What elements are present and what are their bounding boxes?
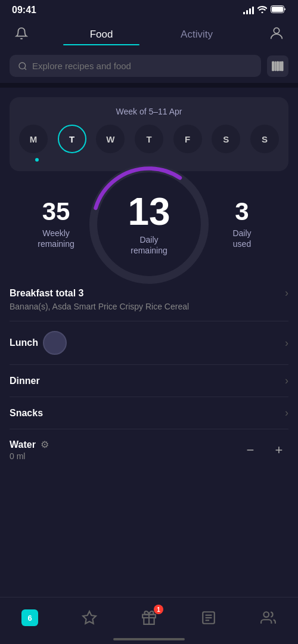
- day-wednesday[interactable]: W: [96, 125, 125, 153]
- lunch-title-row: Lunch: [10, 331, 67, 355]
- star-icon: [82, 610, 97, 626]
- day-sunday[interactable]: S: [250, 125, 279, 153]
- water-section: Water ⚙ 0 ml − +: [10, 429, 288, 470]
- tab-activity[interactable]: Activity: [149, 21, 244, 45]
- avatar-button[interactable]: [265, 25, 288, 42]
- daily-remaining-stat: 13 Dailyremaining: [103, 193, 195, 256]
- lunch-title: Lunch: [10, 338, 38, 348]
- day-monday[interactable]: M: [19, 125, 48, 153]
- search-icon: [18, 61, 27, 71]
- water-decrease-button[interactable]: −: [241, 441, 260, 460]
- day-selector: M T W T F S S: [19, 125, 279, 153]
- search-input[interactable]: [32, 61, 253, 71]
- home-indicator: [113, 638, 185, 640]
- status-time: 09:41: [12, 5, 36, 16]
- dinner-chevron: ›: [285, 374, 288, 387]
- barcode-button[interactable]: [267, 55, 288, 77]
- calendar-icon: 6: [21, 609, 38, 626]
- svg-rect-7: [277, 61, 279, 70]
- tab-food[interactable]: Food: [54, 21, 149, 45]
- water-title: Water: [10, 439, 36, 450]
- meals-container: Breakfast total 3 › Banana(s), Asda Smar…: [10, 277, 288, 470]
- snacks-title: Snacks: [10, 408, 43, 419]
- svg-point-2: [274, 28, 279, 33]
- daily-used-value: 3: [195, 199, 288, 224]
- daily-remaining-value: 13: [103, 193, 195, 231]
- signal-icon: [243, 6, 254, 14]
- week-title: Week of 5–11 Apr: [19, 107, 279, 116]
- section-divider: [0, 83, 298, 88]
- lunch-section[interactable]: Lunch ›: [10, 321, 288, 365]
- breakfast-subtitle: Banana(s), Asda Smart Price Crispy Rice …: [10, 302, 288, 311]
- bell-button[interactable]: [10, 27, 33, 40]
- search-container: [0, 49, 298, 83]
- water-title-row: Water ⚙: [10, 439, 49, 450]
- rewards-badge: 1: [154, 605, 163, 614]
- snacks-chevron: ›: [285, 407, 288, 419]
- weekly-remaining-label: Weeklyremaining: [10, 228, 103, 249]
- group-icon: [260, 610, 276, 626]
- svg-line-4: [24, 68, 26, 70]
- battery-icon: [271, 5, 286, 15]
- stats-inner: 35 Weeklyremaining 13 Dailyremaining 3 D…: [10, 193, 288, 256]
- nav-diary[interactable]: [191, 603, 226, 632]
- day-saturday[interactable]: S: [212, 125, 240, 153]
- dinner-title: Dinner: [10, 376, 40, 386]
- status-bar: 09:41: [0, 0, 298, 18]
- calendar-date: 6: [27, 614, 32, 623]
- weekly-remaining-value: 35: [10, 199, 103, 224]
- wifi-icon: [257, 5, 267, 15]
- daily-used-label: Dailyused: [195, 228, 288, 249]
- lunch-circle: [43, 331, 67, 355]
- day-thursday[interactable]: T: [135, 125, 163, 153]
- tab-bar: Food Activity: [0, 18, 298, 49]
- breakfast-chevron: ›: [285, 287, 288, 299]
- lunch-chevron: ›: [285, 337, 288, 349]
- day-dot-sunday-slot: [247, 158, 275, 162]
- diary-icon: [201, 610, 216, 626]
- nav-favorites[interactable]: [72, 603, 107, 632]
- svg-rect-6: [275, 61, 275, 70]
- bottom-nav: 6 1: [0, 597, 298, 644]
- daily-used-stat: 3 Dailyused: [195, 199, 288, 249]
- snacks-section[interactable]: Snacks ›: [10, 397, 288, 429]
- svg-point-19: [263, 612, 269, 617]
- svg-point-3: [19, 63, 26, 69]
- day-dot-monday: [35, 158, 39, 162]
- weekly-remaining-stat: 35 Weeklyremaining: [10, 199, 103, 249]
- dinner-header: Dinner ›: [10, 374, 288, 387]
- svg-rect-9: [281, 61, 283, 70]
- status-icons: [243, 5, 286, 15]
- svg-rect-8: [280, 61, 280, 70]
- main-tabs: Food Activity: [33, 21, 265, 45]
- search-bar[interactable]: [10, 55, 261, 77]
- day-friday[interactable]: F: [173, 125, 202, 153]
- stats-container: 35 Weeklyremaining 13 Dailyremaining 3 D…: [10, 181, 288, 268]
- nav-community[interactable]: [250, 603, 286, 632]
- nav-rewards[interactable]: 1: [131, 603, 167, 632]
- day-tuesday[interactable]: T: [58, 125, 86, 153]
- daily-remaining-label: Dailyremaining: [103, 234, 195, 256]
- water-amount: 0 ml: [10, 451, 49, 461]
- nav-calendar[interactable]: 6: [12, 603, 48, 632]
- svg-rect-1: [272, 7, 283, 12]
- water-controls: − +: [241, 441, 288, 460]
- svg-rect-5: [272, 61, 274, 70]
- snacks-header: Snacks ›: [10, 407, 288, 419]
- breakfast-title: Breakfast total 3: [10, 288, 84, 299]
- water-increase-button[interactable]: +: [269, 441, 288, 460]
- lunch-header: Lunch ›: [10, 331, 288, 355]
- dinner-section[interactable]: Dinner ›: [10, 365, 288, 397]
- water-settings-icon[interactable]: ⚙: [41, 439, 49, 450]
- breakfast-title-row: Breakfast total 3: [10, 288, 84, 299]
- water-left: Water ⚙ 0 ml: [10, 439, 49, 461]
- svg-marker-12: [83, 611, 96, 624]
